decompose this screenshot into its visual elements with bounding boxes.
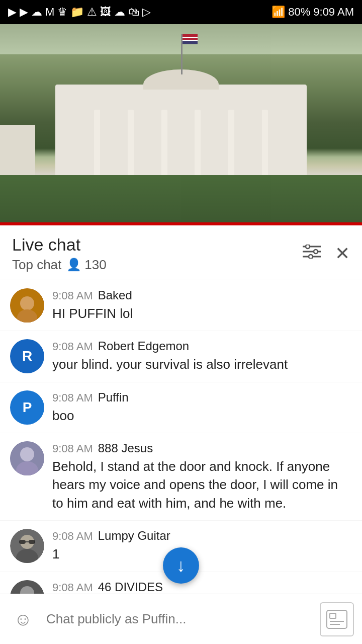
chat-header-right: ✕ — [303, 243, 350, 264]
message-time: 9:08 AM — [52, 340, 93, 353]
viewer-count: 👤 130 — [66, 257, 106, 273]
svg-point-5 — [309, 255, 313, 259]
folder-icon: 📁 — [70, 6, 84, 19]
message-content: 9:08 AM 888 Jesus Behold, I stand at the… — [52, 441, 352, 512]
message-author: Puffin — [98, 390, 129, 405]
status-bar-left: ▶ ▶ ☁ M ♛ 📁 ⚠ 🖼 ☁ 🛍 ▷ — [8, 6, 151, 19]
chat-header-left: Live chat Top chat 👤 130 — [12, 234, 107, 273]
battery-label: 80% — [288, 6, 310, 19]
viewer-number: 130 — [84, 257, 106, 273]
svg-point-4 — [314, 250, 318, 254]
svg-rect-16 — [29, 540, 35, 544]
message-author: Robert Edgemon — [98, 339, 189, 353]
message-author: Lumpy Guitar — [98, 529, 170, 543]
chat-header: Live chat Top chat 👤 130 ✕ — [0, 225, 362, 280]
status-bar: ▶ ▶ ☁ M ♛ 📁 ⚠ 🖼 ☁ 🛍 ▷ 📶 80% 9:09 AM — [0, 0, 362, 24]
viewer-icon: 👤 — [66, 258, 81, 272]
bag-icon: 🛍 — [128, 6, 139, 19]
list-item: 9:08 AM Baked HI PUFFIN lol — [0, 280, 362, 331]
time-label: 9:09 AM — [313, 6, 354, 19]
chat-header-sub: Top chat 👤 130 — [12, 257, 107, 273]
svg-point-7 — [20, 296, 34, 310]
svg-rect-28 — [330, 613, 336, 618]
message-text: HI PUFFIN lol — [52, 304, 352, 323]
message-meta: 9:08 AM Baked — [52, 288, 352, 302]
chat-messages: 9:08 AM Baked HI PUFFIN lol R 9:08 AM Ro… — [0, 280, 362, 644]
top-chat-label: Top chat — [12, 257, 61, 273]
message-content: 9:08 AM Baked HI PUFFIN lol — [52, 288, 352, 323]
scroll-down-arrow-icon: ↓ — [176, 556, 186, 575]
chat-input-bar: ☺ — [0, 594, 362, 644]
svg-rect-15 — [19, 540, 26, 544]
message-time: 9:08 AM — [52, 530, 93, 543]
svg-point-3 — [306, 245, 310, 249]
avatar — [10, 441, 44, 475]
cloud-icon: ☁ — [31, 6, 42, 19]
list-item: P 9:08 AM Puffin boo — [0, 382, 362, 433]
message-content: 9:08 AM Puffin boo — [52, 390, 352, 425]
avatar: P — [10, 390, 44, 425]
scroll-down-button[interactable]: ↓ — [163, 547, 199, 584]
yt2-icon: ▶ — [20, 6, 28, 19]
avatar — [10, 288, 44, 323]
avatar — [10, 529, 44, 563]
message-text: 1 — [52, 545, 352, 563]
message-meta: 9:08 AM Lumpy Guitar — [52, 529, 352, 543]
alert-icon: ⚠ — [87, 6, 97, 19]
status-bar-right: 📶 80% 9:09 AM — [272, 6, 354, 19]
message-meta: 9:08 AM 888 Jesus — [52, 441, 352, 455]
flag — [183, 34, 198, 44]
message-content: 9:08 AM Lumpy Guitar 1 — [52, 529, 352, 563]
list-item: R 9:08 AM Robert Edgemon your blind. you… — [0, 331, 362, 382]
message-author: 46 DIVIDES — [98, 580, 163, 594]
message-time: 9:08 AM — [52, 391, 93, 405]
image-icon: 🖼 — [100, 6, 111, 19]
send-button[interactable] — [320, 602, 354, 636]
play-icon: ▷ — [142, 6, 151, 19]
message-time: 9:08 AM — [52, 581, 93, 594]
svg-point-10 — [20, 447, 34, 461]
crown-icon: ♛ — [57, 6, 67, 19]
video-progress-bar[interactable] — [0, 222, 362, 225]
emoji-button[interactable]: ☺ — [8, 604, 38, 634]
message-text: your blind. your survival is also irrele… — [52, 355, 352, 373]
video-player[interactable] — [0, 24, 362, 225]
list-item: 9:08 AM 888 Jesus Behold, I stand at the… — [0, 433, 362, 521]
yt-icon: ▶ — [8, 6, 17, 19]
message-meta: 9:08 AM Robert Edgemon — [52, 339, 352, 353]
m-icon: M — [45, 6, 54, 19]
live-chat-title: Live chat — [12, 234, 107, 255]
message-meta: 9:08 AM 46 DIVIDES — [52, 580, 352, 594]
message-meta: 9:08 AM Puffin — [52, 390, 352, 405]
wifi-icon: 📶 — [272, 6, 285, 19]
message-author: Baked — [98, 288, 132, 302]
message-time: 9:08 AM — [52, 442, 93, 455]
message-text: boo — [52, 407, 352, 425]
close-button[interactable]: ✕ — [335, 243, 350, 264]
message-time: 9:08 AM — [52, 289, 93, 302]
avatar: R — [10, 339, 44, 373]
filter-button[interactable] — [303, 244, 321, 263]
chat-input[interactable] — [46, 604, 312, 634]
cloud2-icon: ☁ — [114, 6, 125, 19]
message-text: Behold, I stand at the door and knock. I… — [52, 457, 352, 512]
message-content: 9:08 AM Robert Edgemon your blind. your … — [52, 339, 352, 373]
message-author: 888 Jesus — [98, 441, 153, 455]
